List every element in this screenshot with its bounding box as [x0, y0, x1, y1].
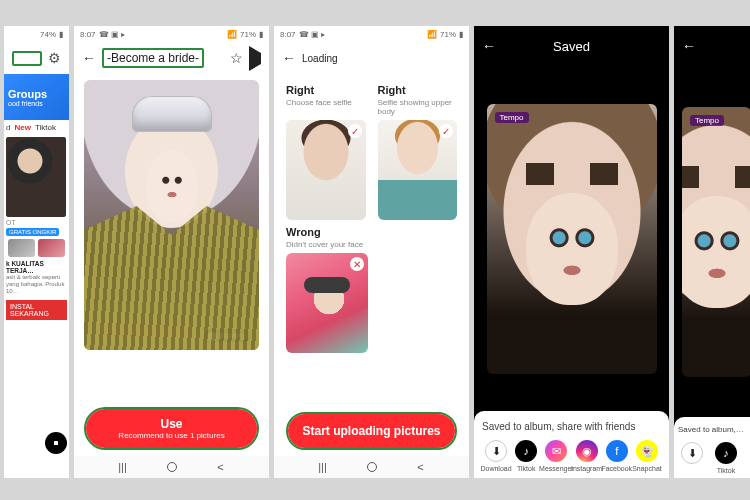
tiktok-float-icon[interactable] — [45, 432, 67, 454]
share-snapchat[interactable]: 👻Snapchat — [633, 440, 661, 472]
sample-right-face: ✓ — [286, 120, 366, 220]
phone-saved: Saved Tempo Saved to album, share with f… — [474, 26, 669, 478]
phone-template-detail: 8:07 ☎ ▣ ▸ 📶 71%▮ -Become a bride- ☆ jiz… — [74, 26, 269, 478]
android-nav: ||| < — [74, 456, 269, 478]
banner-title: Groups — [8, 88, 65, 100]
promo-title: k KUALITAS TERJA… — [6, 260, 67, 274]
watermark-tempo: Tempo — [495, 112, 529, 123]
banner-subtitle: ood friends — [8, 100, 65, 107]
back-icon[interactable] — [682, 38, 696, 54]
snapchat-icon: 👻 — [636, 440, 658, 462]
share-download[interactable]: ⬇Download — [482, 440, 510, 472]
share-title: Saved to album,… — [678, 425, 750, 434]
template-preview[interactable]: jizhang — [84, 80, 259, 350]
category-tabs: d New Tiktok — [4, 120, 69, 135]
install-button[interactable]: INSTAL SEKARANG — [6, 300, 67, 320]
back-icon[interactable] — [482, 38, 496, 54]
back-button[interactable]: < — [213, 461, 229, 473]
phone-upload-guide: 8:07 ☎ ▣ ▸ 📶 71%▮ Loading Right Choose f… — [274, 26, 469, 478]
recents-button[interactable]: ||| — [115, 461, 131, 473]
cta-label: Use — [160, 417, 182, 431]
checkmark-icon: ✓ — [348, 124, 362, 138]
watermark-tempo: Tempo — [690, 115, 724, 126]
result-preview[interactable]: Tempo — [682, 107, 750, 377]
share-messenger[interactable]: ✉Messenger — [542, 440, 570, 472]
share-tiktok[interactable]: ♪Tiktok — [712, 442, 740, 474]
settings-icon[interactable]: ⚙ — [48, 50, 61, 66]
share-panel: Saved to album,… ⬇ ♪Tiktok — [674, 417, 750, 478]
section-header-wrong: Wrong — [286, 226, 457, 238]
instagram-icon: ◉ — [576, 440, 598, 462]
sample-wrong: ✕ — [286, 253, 368, 353]
back-button[interactable]: < — [413, 461, 429, 473]
cta-highlight: Use Recommend to use 1 pictures — [84, 407, 259, 450]
download-icon: ⬇ — [681, 442, 703, 464]
battery-label: 71% — [440, 30, 456, 39]
free-shipping-badge: GRATIS ONGKIR — [6, 228, 59, 236]
app-bar — [674, 26, 750, 66]
status-bar: 8:07 ☎ ▣ ▸ 📶 71%▮ — [74, 26, 269, 42]
use-button[interactable]: Use Recommend to use 1 pictures — [86, 409, 257, 448]
recents-button[interactable]: ||| — [315, 461, 331, 473]
author-chip[interactable]: jizhang — [204, 329, 251, 342]
share-download[interactable]: ⬇ — [678, 442, 706, 474]
tab-new[interactable]: New — [14, 123, 30, 132]
facebook-icon: f — [606, 440, 628, 462]
android-nav: ||| < — [274, 456, 469, 478]
tab-tiktok[interactable]: Tiktok — [35, 123, 56, 132]
section-header-right: Right — [286, 84, 366, 96]
cta-sub: Recommend to use 1 pictures — [96, 431, 247, 440]
download-icon: ⬇ — [485, 440, 507, 462]
battery-label: 71% — [240, 30, 256, 39]
preview-area: Tempo — [474, 66, 669, 411]
cta-highlight: Start uploading pictures — [286, 412, 457, 450]
promo-card[interactable]: GRATIS ONGKIR k KUALITAS TERJA… asli & t… — [4, 226, 69, 322]
share-title: Saved to album, share with friends — [482, 421, 661, 432]
status-bar: 74%▮ — [4, 26, 69, 42]
share-instagram[interactable]: ◉Instagram — [573, 440, 601, 472]
page-title: Saved — [553, 39, 590, 54]
tiktok-icon: ♪ — [515, 440, 537, 462]
crown-decoration — [132, 96, 212, 132]
section-header-right: Right — [378, 84, 458, 96]
clock: 8:07 — [80, 30, 96, 39]
highlight-box — [12, 51, 42, 66]
app-bar: -Become a bride- ☆ — [74, 42, 269, 74]
tab[interactable]: d — [6, 123, 10, 132]
app-bar: Saved — [474, 26, 669, 66]
template-thumbnail[interactable] — [6, 137, 66, 217]
product-image — [38, 239, 65, 257]
groups-banner[interactable]: Groups ood friends — [4, 74, 69, 120]
share-panel: Saved to album, share with friends ⬇Down… — [474, 411, 669, 478]
status-bar: 8:07 ☎ ▣ ▸ 📶 71%▮ — [274, 26, 469, 42]
share-icon[interactable] — [249, 53, 261, 64]
home-button[interactable] — [364, 462, 380, 472]
checkmark-icon: ✓ — [439, 124, 453, 138]
page-title: Loading — [302, 53, 338, 64]
preview-area: Tempo — [674, 66, 750, 417]
back-icon[interactable] — [282, 50, 296, 66]
share-facebook[interactable]: fFacebook — [603, 440, 631, 472]
phone-saved-duplicate: Tempo Saved to album,… ⬇ ♪Tiktok — [674, 26, 750, 478]
back-icon[interactable] — [82, 50, 96, 66]
clock: 8:07 — [280, 30, 296, 39]
result-preview[interactable]: Tempo — [487, 104, 657, 374]
promo-text: asli & terbaik seperti yang bahagia. Pro… — [6, 274, 67, 296]
messenger-icon: ✉ — [545, 440, 567, 462]
cross-icon: ✕ — [350, 257, 364, 271]
section-hint: Choose face selfie — [286, 98, 366, 107]
start-upload-button[interactable]: Start uploading pictures — [288, 414, 455, 448]
product-image — [8, 239, 35, 257]
share-tiktok[interactable]: ♪Tiktok — [512, 440, 540, 472]
tiktok-icon: ♪ — [715, 442, 737, 464]
favorite-icon[interactable]: ☆ — [230, 50, 243, 66]
cta-label: Start uploading pictures — [302, 424, 440, 438]
title-highlight: -Become a bride- — [102, 48, 204, 68]
home-button[interactable] — [164, 462, 180, 472]
app-bar: Loading — [274, 42, 469, 74]
page-title: -Become a bride- — [107, 51, 199, 65]
app-bar: ⚙ — [4, 42, 69, 74]
section-hint: Selfie showing upper body — [378, 98, 458, 116]
phone-home: 74%▮ ⚙ Groups ood friends d New Tiktok O… — [4, 26, 69, 478]
sample-right-body: ✓ — [378, 120, 458, 220]
